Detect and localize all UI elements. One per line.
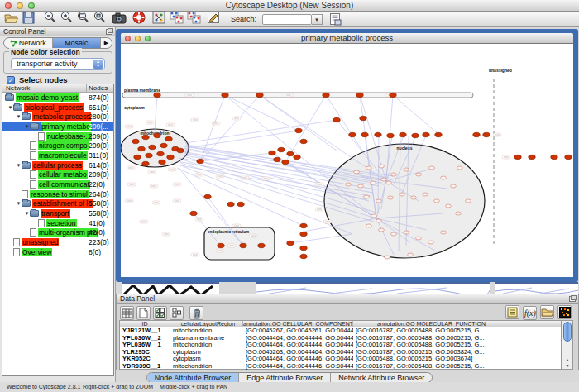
scrollbar-thumb[interactable] — [563, 322, 572, 342]
float-panel-icon[interactable] — [106, 29, 112, 35]
checkbox-checked-icon[interactable]: ✓ — [7, 76, 15, 84]
node-color-combobox[interactable]: transporter activity ▲▼ — [11, 58, 105, 70]
column-header[interactable]: ID — [120, 321, 170, 327]
tab-network-attribute-browser[interactable]: Network Attribute Browser — [331, 373, 432, 382]
column-header[interactable]: annotation.GO CELLULAR_COMPONENT — [243, 321, 353, 327]
tree-row-label[interactable]: mosaic-demo-yeast — [16, 93, 79, 102]
search-options-icon[interactable] — [328, 12, 342, 26]
tree-row[interactable]: cellular metabo209(0) — [2, 170, 113, 180]
tree-row-label[interactable]: nitrogen compo — [38, 141, 89, 150]
tab-node-attribute-browser[interactable]: Node Attribute Browser — [147, 373, 240, 382]
tree-row[interactable]: secretion41(0) — [2, 218, 113, 228]
float-panel-icon[interactable] — [569, 296, 576, 302]
network-view-window[interactable]: primary metabolic process plasma membran… — [116, 29, 578, 282]
tab-edge-attribute-browser[interactable]: Edge Attribute Browser — [239, 373, 331, 382]
table-row[interactable]: YKR052Ccytoplasm[GO:0044464, GO:0044446,… — [120, 356, 561, 363]
tree-row-label[interactable]: primary metabo — [41, 122, 91, 131]
network-graph[interactable]: plasma membranecytoplasmmitochondrionnuc… — [121, 44, 573, 277]
new-attribute-icon[interactable] — [136, 306, 151, 320]
network-overview-icon[interactable] — [151, 11, 166, 25]
tree-row[interactable]: ▼primary metabo209(... — [2, 122, 113, 131]
save-icon[interactable] — [21, 11, 36, 25]
expander-icon[interactable]: ▼ — [16, 201, 22, 206]
zoom-fit-icon[interactable] — [75, 11, 90, 25]
delete-attribute-icon[interactable] — [189, 306, 203, 320]
layout-2-icon[interactable] — [186, 11, 201, 25]
zoom-button[interactable] — [145, 36, 151, 41]
minimize-button[interactable] — [135, 36, 141, 41]
tree-row-label[interactable]: cellular process — [32, 161, 83, 170]
table-row[interactable]: YPL036W__2plasma membrane[GO:0044464, GO… — [120, 335, 561, 342]
combobox-stepper-icon[interactable]: ▲▼ — [93, 60, 103, 69]
table-row[interactable]: YJR121W__1mitochondrion[GO:0045267, GO:0… — [120, 327, 561, 335]
tree-row-label[interactable]: response to stimul — [30, 190, 89, 198]
tree-row[interactable]: ▼transport558(0) — [2, 208, 113, 218]
tree-row-label[interactable]: biological_process — [24, 103, 84, 112]
table-row[interactable]: YPL036W__1mitochondrion[GO:0044464, GO:0… — [120, 342, 561, 349]
expander-icon[interactable]: ▼ — [24, 124, 30, 129]
zoom-out-icon[interactable] — [42, 11, 57, 25]
tree-row-label[interactable]: cellular metabo — [38, 170, 88, 179]
tree-row-label[interactable]: transport — [41, 209, 70, 218]
tab-network[interactable]: Network — [4, 38, 53, 48]
close-button[interactable] — [125, 36, 131, 41]
tree-row[interactable]: macromolecule311(0) — [2, 151, 113, 160]
column-header[interactable]: annotation.GO MOLECULAR_FUNCTION — [353, 321, 510, 327]
tree-row-label[interactable]: secretion — [46, 219, 77, 227]
formula-builder-icon[interactable]: f(x) — [523, 306, 537, 320]
network-canvas[interactable]: plasma membranecytoplasmmitochondrionnuc… — [121, 44, 573, 277]
tree-row-label[interactable]: unassigned — [22, 238, 59, 246]
tree-row[interactable]: nucleobase-...209(0) — [2, 131, 113, 141]
tree-row[interactable]: ▼cellular process614(0) — [2, 160, 113, 170]
compartment-plasma-membrane[interactable] — [122, 93, 473, 98]
tree-row[interactable]: ▼biological_process651(0) — [2, 103, 113, 112]
import-attributes-icon[interactable] — [540, 305, 554, 319]
attribute-list-icon[interactable] — [505, 305, 519, 319]
expander-icon[interactable]: ▼ — [16, 114, 22, 119]
tree-row[interactable]: cell communicat22(0) — [2, 179, 113, 189]
annotation-icon[interactable] — [206, 11, 221, 25]
table-scrollbar[interactable]: ▲▼ — [562, 320, 573, 370]
help-icon[interactable] — [132, 11, 146, 25]
tree-row[interactable]: response to stimul264(0) — [2, 189, 113, 199]
tab-mosaic[interactable]: Mosaic — [53, 38, 102, 48]
background-window[interactable] — [495, 282, 578, 294]
tree-row-label[interactable]: macromolecule — [38, 151, 88, 160]
table-row[interactable]: YDR039C__1mitochondrion[GO:0044464, GO:0… — [120, 363, 561, 370]
matrix-view-icon[interactable] — [557, 305, 572, 319]
tree-row[interactable]: Overview8(0) — [2, 247, 113, 257]
tree-row-label[interactable]: Overview — [22, 248, 52, 256]
column-header[interactable]: _cellularLayoutRegion — [170, 321, 243, 327]
expander-icon[interactable]: ▼ — [24, 211, 30, 216]
expander-icon[interactable]: ▼ — [7, 105, 13, 110]
tree-row[interactable]: mosaic-demo-yeast874(0) — [2, 93, 113, 103]
layout-1-icon[interactable] — [169, 11, 184, 25]
search-dropdown-arrow[interactable]: ▼ — [312, 14, 323, 25]
tree-row-label[interactable]: establishment of lo — [32, 199, 93, 208]
search-input[interactable] — [262, 14, 312, 25]
tree-row[interactable]: ▼establishment of lo558(0) — [2, 199, 113, 209]
attribute-table-header[interactable]: ID_cellularLayoutRegionannotation.GO CEL… — [120, 321, 561, 327]
scrollbar-buttons[interactable]: ▲▼ — [562, 357, 572, 369]
background-window[interactable] — [122, 282, 219, 294]
tree-row[interactable]: ▼metabolic process280(0) — [2, 112, 113, 122]
tree-row[interactable]: unassigned223(0) — [2, 237, 113, 247]
tree-row[interactable]: multi-organism pro42(0) — [2, 228, 113, 238]
zoom-in-icon[interactable] — [59, 11, 74, 25]
expander-icon[interactable]: ▼ — [16, 163, 22, 168]
unselect-attributes-icon[interactable] — [170, 306, 184, 320]
tree-row-label[interactable]: nucleobase-... — [46, 132, 92, 141]
table-mode-icon[interactable] — [120, 306, 134, 320]
table-row[interactable]: YLR295Ccytoplasm[GO:0045263, GO:0044464,… — [120, 349, 561, 356]
more-tabs-arrow[interactable]: ▶ — [101, 38, 112, 48]
tree-row[interactable]: nitrogen compo209(0) — [2, 141, 113, 151]
zoom-selected-icon[interactable] — [92, 11, 107, 25]
tree-row-label[interactable]: metabolic process — [32, 112, 91, 121]
open-icon[interactable] — [3, 11, 18, 25]
snapshot-icon[interactable] — [112, 12, 127, 26]
background-window[interactable] — [256, 282, 490, 294]
network-window-titlebar[interactable]: primary metabolic process — [121, 33, 573, 44]
tree-row-label[interactable]: cell communicat — [38, 180, 90, 189]
select-attributes-icon[interactable] — [153, 306, 167, 320]
tree-header[interactable]: Network Nodes — [2, 84, 113, 93]
